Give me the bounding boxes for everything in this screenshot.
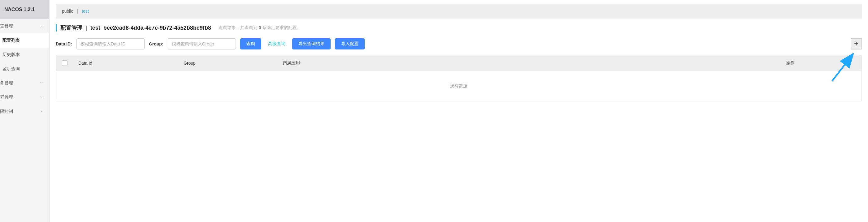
namespace-bar: public | test (56, 4, 862, 18)
page-title-row: 配置管理 | test bee2cad8-4dda-4e7c-9b72-4a52… (56, 24, 862, 32)
nav-group-service[interactable]: 务管理 ﹀ (0, 76, 49, 90)
chevron-down-icon: ﹀ (40, 95, 44, 100)
namespace-name: test (90, 25, 100, 31)
nav-item-history[interactable]: 历史版本 (0, 48, 49, 62)
result-count: 0 (259, 25, 261, 30)
advanced-query-button[interactable]: 高级查询 (266, 38, 288, 49)
table-empty-text: 没有数据 (56, 71, 862, 101)
nav-group-cluster[interactable]: 群管理 ﹀ (0, 90, 49, 105)
nav-group-permission-label: 限控制 (0, 109, 13, 114)
nav-item-listener[interactable]: 监听查询 (0, 62, 49, 76)
chevron-down-icon: ﹀ (40, 109, 44, 114)
main-content: public | test 配置管理 | test bee2cad8-4dda-… (50, 0, 868, 222)
select-all-checkbox[interactable] (62, 60, 67, 66)
namespace-separator: | (77, 9, 78, 13)
result-prefix: 查询结果：共查询到 (219, 25, 259, 30)
nav-item-config-list[interactable]: 配置列表 (0, 33, 49, 48)
sidebar: NACOS 1.2.1 置管理 ︿ 配置列表 历史版本 监听查询 务管理 ﹀ 群… (0, 0, 50, 222)
table-header-app: 归属应用: (278, 56, 781, 71)
query-result-text: 查询结果：共查询到 0 条满足要求的配置。 (219, 25, 302, 31)
config-table: Data Id Group 归属应用: 操作 没有数据 (56, 55, 862, 102)
table-header-checkbox (56, 56, 73, 71)
table-header-action: 操作 (781, 56, 862, 71)
chevron-down-icon: ﹀ (40, 81, 44, 86)
title-separator: | (86, 25, 87, 31)
namespace-id: bee2cad8-4dda-4e7c-9b72-4a52b8bc9fb8 (103, 25, 211, 31)
export-button[interactable]: 导出查询结果 (292, 38, 331, 49)
brand-logo: NACOS 1.2.1 (0, 0, 49, 19)
query-button[interactable]: 查询 (240, 38, 261, 49)
table-header-dataid: Data Id (73, 56, 179, 71)
group-input[interactable] (168, 38, 236, 49)
table-header-group: Group (179, 56, 278, 71)
dataid-input[interactable] (76, 38, 145, 49)
add-config-button[interactable]: + (851, 38, 862, 49)
nav-group-service-label: 务管理 (0, 80, 13, 86)
page-title: 配置管理 (60, 24, 83, 32)
group-label: Group: (149, 41, 163, 46)
nav-group-config-label: 置管理 (0, 24, 13, 29)
result-suffix: 条满足要求的配置。 (261, 25, 302, 30)
nav-group-config[interactable]: 置管理 ︿ (0, 19, 49, 33)
namespace-test[interactable]: test (82, 9, 89, 13)
chevron-up-icon: ︿ (40, 24, 44, 29)
filter-bar: Data ID: Group: 查询 高级查询 导出查询结果 导入配置 + (56, 38, 862, 49)
namespace-public[interactable]: public (62, 9, 73, 13)
dataid-label: Data ID: (56, 41, 72, 46)
plus-icon: + (854, 39, 859, 48)
import-button[interactable]: 导入配置 (335, 38, 365, 49)
nav-group-cluster-label: 群管理 (0, 95, 13, 100)
nav-group-permission[interactable]: 限控制 ﹀ (0, 105, 49, 119)
table-header-row: Data Id Group 归属应用: 操作 (56, 56, 862, 71)
